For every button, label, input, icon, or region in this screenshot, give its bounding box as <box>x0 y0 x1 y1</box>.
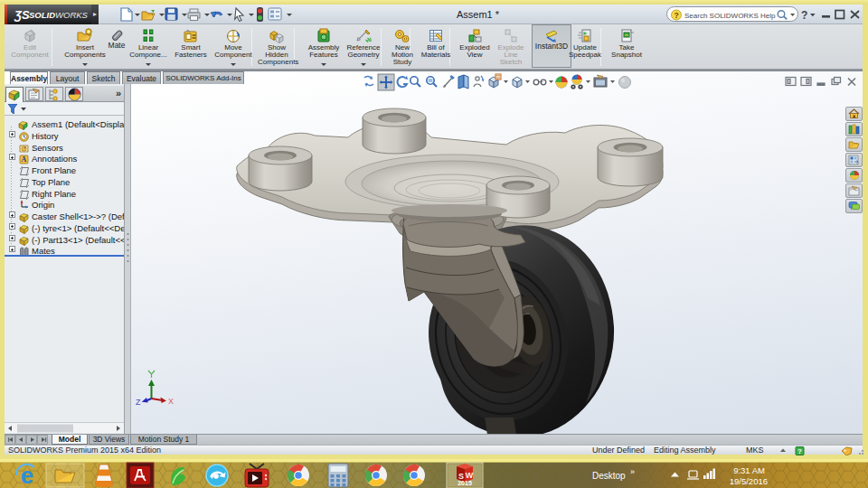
svg-text:ƷS: ƷS <box>14 8 30 22</box>
svg-text:Desktop: Desktop <box>592 471 626 481</box>
svg-text:?: ? <box>801 9 807 22</box>
svg-text:A: A <box>22 156 27 164</box>
svg-text:Z: Z <box>136 398 141 407</box>
svg-text:W: W <box>466 471 474 480</box>
svg-text:X: X <box>168 397 174 406</box>
svg-text:SOLIDWORKS: SOLIDWORKS <box>29 10 89 20</box>
svg-text:»: » <box>630 467 635 476</box>
svg-text:9:31 AM: 9:31 AM <box>733 465 765 475</box>
svg-text:Search SOLIDWORKS Help: Search SOLIDWORKS Help <box>684 11 776 19</box>
svg-text:?: ? <box>797 447 802 455</box>
svg-text:19/5/2016: 19/5/2016 <box>730 476 768 486</box>
svg-text:?: ? <box>674 10 678 19</box>
svg-text:2015: 2015 <box>458 480 472 486</box>
